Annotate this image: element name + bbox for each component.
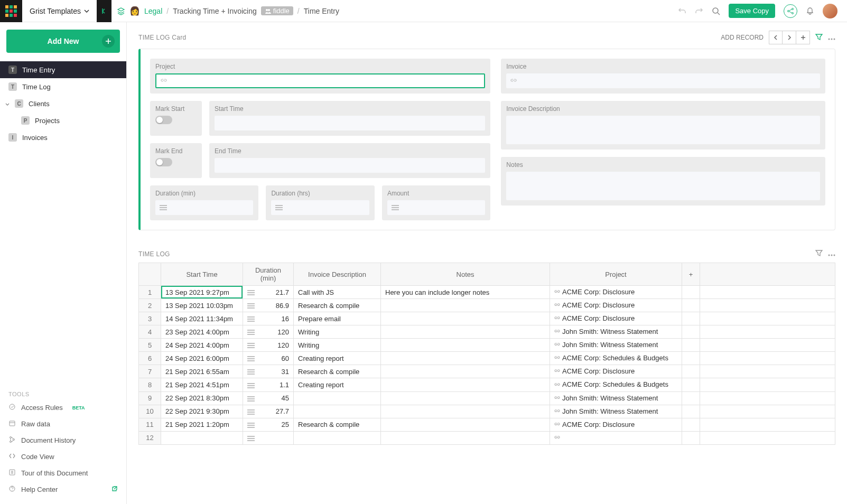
- table-row[interactable]: 1121 Sep 2021 1:20pm25Research & compile…: [139, 418, 835, 431]
- cell-start-time[interactable]: [161, 431, 243, 444]
- cell-start-time[interactable]: 22 Sep 2021 9:30pm: [161, 405, 243, 418]
- cell-empty[interactable]: [682, 339, 700, 352]
- cell-empty[interactable]: [700, 325, 835, 339]
- cell-notes[interactable]: [381, 405, 550, 418]
- cell-notes[interactable]: [381, 418, 550, 431]
- collapse-sidebar-button[interactable]: [97, 0, 111, 22]
- log-filter-button[interactable]: [815, 249, 823, 258]
- cell-empty[interactable]: [682, 299, 700, 312]
- cell-start-time[interactable]: 21 Sep 2021 6:55am: [161, 365, 243, 378]
- duration-min-field[interactable]: Duration (min): [150, 185, 258, 220]
- project-field[interactable]: Project: [150, 59, 490, 94]
- new-record-button[interactable]: [796, 31, 810, 44]
- cell-empty[interactable]: [682, 365, 700, 378]
- cell-duration[interactable]: 21.7: [243, 286, 294, 299]
- cell-invoice-description[interactable]: Creating report: [294, 378, 381, 391]
- tool-raw-data[interactable]: Raw data: [0, 416, 126, 432]
- table-row[interactable]: 314 Sep 2021 11:34pm16Prepare emailACME …: [139, 312, 835, 325]
- cell-notes[interactable]: [381, 391, 550, 405]
- column-header[interactable]: Invoice Description: [294, 263, 381, 286]
- cell-notes[interactable]: [381, 431, 550, 444]
- start-time-input[interactable]: [215, 116, 485, 130]
- cell-empty[interactable]: [700, 286, 835, 299]
- cell-invoice-description[interactable]: Writing: [294, 339, 381, 352]
- redo-button[interactable]: [695, 7, 703, 15]
- table-row[interactable]: 624 Sep 2021 6:00pm60Creating reportACME…: [139, 352, 835, 365]
- sidebar-item-projects[interactable]: PProjects: [0, 112, 126, 129]
- row-number[interactable]: 6: [139, 352, 161, 365]
- cell-empty[interactable]: [700, 299, 835, 312]
- cell-empty[interactable]: [682, 352, 700, 365]
- cell-empty[interactable]: [682, 325, 700, 339]
- cell-empty[interactable]: [700, 391, 835, 405]
- cell-duration[interactable]: 1.1: [243, 378, 294, 391]
- cell-notes[interactable]: [381, 352, 550, 365]
- end-time-input[interactable]: [215, 158, 485, 173]
- log-menu-button[interactable]: [828, 250, 835, 258]
- cell-invoice-description[interactable]: [294, 431, 381, 444]
- cell-notes[interactable]: [381, 325, 550, 339]
- row-number[interactable]: 3: [139, 312, 161, 325]
- row-number[interactable]: 5: [139, 339, 161, 352]
- cell-duration[interactable]: 120: [243, 325, 294, 339]
- cell-start-time[interactable]: 23 Sep 2021 4:00pm: [161, 325, 243, 339]
- invoice-desc-field[interactable]: Invoice Description: [501, 101, 825, 150]
- cell-invoice-description[interactable]: Call with JS: [294, 286, 381, 299]
- cell-invoice-description[interactable]: Creating report: [294, 352, 381, 365]
- cell-invoice-description[interactable]: Research & compile: [294, 299, 381, 312]
- cell-empty[interactable]: [682, 431, 700, 444]
- cell-empty[interactable]: [682, 312, 700, 325]
- row-number[interactable]: 1: [139, 286, 161, 299]
- cell-invoice-description[interactable]: Prepare email: [294, 312, 381, 325]
- undo-button[interactable]: [678, 7, 686, 15]
- cell-start-time[interactable]: 13 Sep 2021 9:27pm: [161, 286, 243, 299]
- row-number[interactable]: 11: [139, 418, 161, 431]
- cell-duration[interactable]: 60: [243, 352, 294, 365]
- cell-duration[interactable]: 45: [243, 391, 294, 405]
- cell-start-time[interactable]: 24 Sep 2021 4:00pm: [161, 339, 243, 352]
- user-avatar[interactable]: [823, 4, 837, 18]
- mark-start-field[interactable]: Mark Start: [150, 101, 202, 136]
- mark-start-toggle[interactable]: [155, 116, 172, 124]
- cell-empty[interactable]: [682, 378, 700, 391]
- cell-empty[interactable]: [700, 365, 835, 378]
- cell-duration[interactable]: 31: [243, 365, 294, 378]
- cell-duration[interactable]: 27.7: [243, 405, 294, 418]
- table-row[interactable]: 1022 Sep 2021 9:30pm27.7John Smith: Witn…: [139, 405, 835, 418]
- table-row[interactable]: 12: [139, 431, 835, 444]
- prev-record-button[interactable]: [769, 31, 783, 44]
- row-number[interactable]: 7: [139, 365, 161, 378]
- save-copy-button[interactable]: Save Copy: [729, 4, 775, 18]
- column-header[interactable]: Duration (min): [243, 263, 294, 286]
- cell-empty[interactable]: [700, 339, 835, 352]
- notifications-button[interactable]: [806, 7, 814, 15]
- invoice-desc-input[interactable]: [506, 116, 820, 144]
- cell-empty[interactable]: [700, 405, 835, 418]
- cell-start-time[interactable]: 13 Sep 2021 10:03pm: [161, 299, 243, 312]
- sidebar-item-clients[interactable]: CClients: [0, 95, 126, 112]
- workspace-dropdown[interactable]: Grist Templates: [22, 7, 97, 15]
- next-record-button[interactable]: [783, 31, 796, 44]
- table-row[interactable]: 213 Sep 2021 10:03pm86.9Research & compi…: [139, 299, 835, 312]
- cell-project[interactable]: ACME Corp: Disclosure: [550, 286, 682, 299]
- cell-empty[interactable]: [682, 418, 700, 431]
- duration-hrs-field[interactable]: Duration (hrs): [266, 185, 374, 220]
- crumb-doc[interactable]: Tracking Time + Invoicing: [173, 7, 257, 15]
- amount-input[interactable]: [387, 200, 485, 215]
- duration-hrs-input[interactable]: [271, 200, 369, 215]
- cell-duration[interactable]: 86.9: [243, 299, 294, 312]
- add-new-button[interactable]: Add New: [6, 30, 120, 53]
- cell-project[interactable]: ACME Corp: Disclosure: [550, 312, 682, 325]
- sidebar-item-time-entry[interactable]: TTime Entry: [0, 61, 126, 78]
- project-input[interactable]: [155, 73, 485, 88]
- search-button[interactable]: [712, 7, 720, 15]
- add-record-button[interactable]: ADD RECORD: [721, 34, 764, 41]
- cell-duration[interactable]: 120: [243, 339, 294, 352]
- cell-duration[interactable]: [243, 431, 294, 444]
- cell-empty[interactable]: [700, 352, 835, 365]
- column-header[interactable]: Notes: [381, 263, 550, 286]
- column-header[interactable]: Project: [550, 263, 682, 286]
- cell-project[interactable]: John Smith: Witness Statement: [550, 325, 682, 339]
- add-column-button[interactable]: +: [682, 263, 700, 286]
- cell-notes[interactable]: [381, 365, 550, 378]
